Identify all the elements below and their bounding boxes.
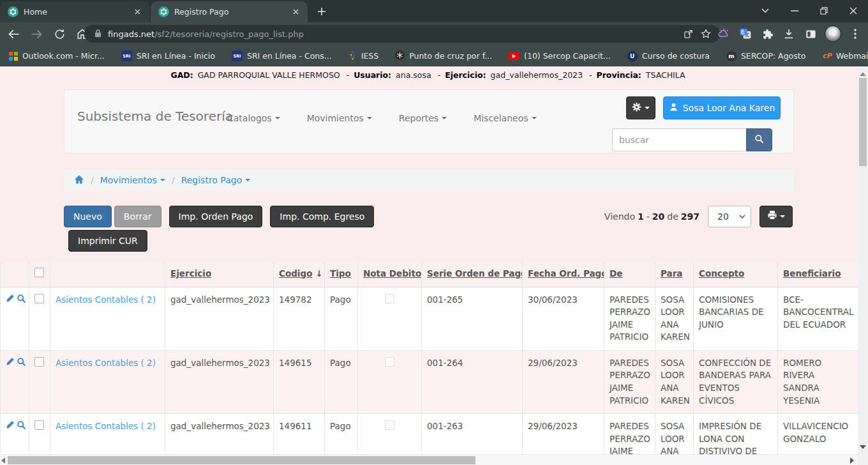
bookmark-label: SRI en Línea - Cons...: [247, 51, 332, 61]
select-all-checkbox[interactable]: [34, 268, 44, 277]
page-size-select[interactable]: 20: [708, 206, 751, 227]
menu-catalogos[interactable]: Catalogos: [227, 113, 280, 123]
tab-search-chevron-icon[interactable]: [751, 0, 780, 21]
scroll-right-arrow[interactable]: [850, 457, 854, 464]
menu-movimientos[interactable]: Movimientos: [307, 113, 372, 123]
window-controls: [751, 0, 868, 21]
cell-de: PAREDES PERRAZO JAIME PATRICIO: [604, 350, 655, 413]
bookmark-sri-inicio[interactable]: SRI SRI en Línea - Inicio: [121, 50, 215, 61]
cloud-extension-icon[interactable]: [716, 26, 731, 42]
delete-button[interactable]: Borrar: [114, 206, 161, 227]
tab-close-icon[interactable]: [290, 6, 301, 18]
asientos-contables-link[interactable]: Asientos Contables ( 2): [56, 421, 156, 431]
reload-icon[interactable]: [50, 24, 69, 43]
menu-miscelaneos[interactable]: Miscelaneos: [474, 113, 536, 123]
scroll-up-arrow[interactable]: [860, 72, 866, 76]
cell-ejercicio: gad_vallehermos_2023: [165, 350, 274, 413]
vertical-scrollbar[interactable]: [858, 66, 868, 465]
sort-nota-debito-link[interactable]: Nota Debito: [363, 268, 421, 278]
chevron-down-icon: [275, 117, 280, 119]
print-dropdown-button[interactable]: [760, 206, 793, 227]
edit-icon[interactable]: [6, 420, 15, 434]
cell-concepto: IMPRESIÓN DE LONA CON DISTIVIVO DE: [694, 414, 778, 454]
sort-codigo-link[interactable]: Codigo: [279, 268, 312, 278]
restore-button[interactable]: [809, 0, 839, 21]
bookmark-webmail[interactable]: cP Webmail Login: [822, 51, 868, 61]
sort-ejercicio-link[interactable]: Ejercicio: [170, 268, 211, 278]
sort-tipo-link[interactable]: Tipo: [330, 268, 351, 278]
bookmark-sercop-agosto[interactable]: m SERCOP: Agosto: [726, 51, 805, 61]
horizontal-scrollbar[interactable]: [0, 454, 858, 465]
share-icon[interactable]: [679, 25, 697, 43]
horizontal-scrollbar-thumb[interactable]: [8, 456, 475, 464]
breadcrumb-movimientos[interactable]: Movimientos: [100, 175, 165, 185]
side-panel-icon[interactable]: [803, 26, 818, 42]
menu-reportes[interactable]: Reportes: [399, 113, 447, 123]
search-button[interactable]: [746, 128, 772, 151]
tab-close-icon[interactable]: [131, 6, 143, 18]
cell-serie: 001-263: [422, 414, 523, 454]
sort-para-link[interactable]: Para: [661, 268, 682, 278]
minimize-button[interactable]: [780, 0, 809, 21]
search-input[interactable]: [612, 128, 746, 151]
sort-serie-link[interactable]: Serie Orden de Pago: [427, 268, 523, 278]
home-icon[interactable]: [74, 174, 84, 187]
profile-avatar[interactable]: [825, 26, 841, 42]
extensions-puzzle-icon[interactable]: [760, 26, 775, 42]
zoom-icon[interactable]: [17, 294, 26, 307]
zoom-icon[interactable]: [17, 357, 26, 370]
bookmark-punto-de-cruz[interactable]: Punto de cruz por f...: [395, 50, 492, 62]
settings-button[interactable]: [626, 96, 655, 119]
sort-fecha-link[interactable]: Fecha Ord. Pago: [528, 268, 604, 278]
cell-de: PAREDES PERRAZO JAIME PATRICIO: [604, 287, 655, 350]
tab-home[interactable]: Home: [0, 1, 149, 22]
edit-icon[interactable]: [6, 357, 15, 370]
sort-concepto-link[interactable]: Concepto: [699, 268, 744, 278]
print-comp-egreso-button[interactable]: Imp. Comp. Egreso: [270, 206, 374, 227]
bookmark-label: Curso de costura: [642, 51, 710, 61]
scroll-down-arrow[interactable]: [860, 445, 866, 449]
bookmark-sercop-youtube[interactable]: (10) Sercop Capacit...: [509, 51, 611, 61]
cell-codigo: 149615: [274, 350, 325, 413]
sort-beneficiario-link[interactable]: Beneficiario: [783, 268, 841, 278]
cell-serie: 001-265: [422, 287, 523, 350]
sri-icon: SRI: [121, 50, 132, 61]
asientos-contables-link[interactable]: Asientos Contables ( 2): [56, 358, 156, 368]
close-window-button[interactable]: [839, 0, 868, 21]
new-tab-button[interactable]: [313, 3, 331, 20]
bookmark-curso-costura[interactable]: U Curso de costura: [627, 51, 710, 61]
iess-icon: [348, 50, 357, 62]
forward-icon[interactable]: [27, 24, 46, 43]
bookmark-outlook[interactable]: Outlook.com - Micr...: [9, 51, 105, 61]
nota-debito-checkbox: [385, 294, 394, 303]
bookmark-star-icon[interactable]: [697, 25, 715, 43]
cell-actions: [1, 287, 29, 350]
tab-registro-pago[interactable]: Registro Pago: [151, 1, 308, 22]
address-bar[interactable]: fingads.net/sf2/tesoreria/registro_pago_…: [84, 25, 720, 43]
user-button-label: Sosa Loor Ana Karen: [683, 103, 775, 113]
back-icon[interactable]: [4, 24, 23, 43]
breadcrumb-registro-pago[interactable]: Registro Pago: [181, 175, 251, 185]
vertical-scrollbar-thumb[interactable]: [859, 78, 867, 166]
paging-label: Viendo: [604, 211, 635, 222]
asientos-contables-link[interactable]: Asientos Contables ( 2): [56, 294, 156, 305]
user-button[interactable]: Sosa Loor Ana Karen: [663, 96, 781, 119]
row-checkbox[interactable]: [34, 420, 44, 430]
translate-extension-icon[interactable]: [738, 26, 753, 42]
scroll-left-arrow[interactable]: [1, 457, 5, 464]
new-button[interactable]: Nuevo: [64, 206, 112, 227]
zoom-icon[interactable]: [17, 420, 26, 434]
cell-serie: 001-264: [422, 350, 523, 413]
browser-menu-dots-icon[interactable]: [848, 26, 863, 42]
row-checkbox[interactable]: [34, 357, 44, 367]
print-orden-pago-button[interactable]: Imp. Orden Pago: [169, 206, 263, 227]
paging-summary: Viendo 1 - 20 de 297: [604, 211, 700, 222]
sort-de-link[interactable]: De: [610, 268, 622, 278]
print-cur-button[interactable]: Imprimir CUR: [68, 230, 147, 252]
edit-icon[interactable]: [6, 294, 15, 307]
download-icon[interactable]: [781, 26, 797, 42]
cell-beneficiario: VILLAVICENCIO GONZALO: [778, 414, 858, 454]
bookmark-sri-consultas[interactable]: SRI SRI en Línea - Cons...: [232, 50, 332, 61]
bookmark-iess[interactable]: IESS: [348, 50, 378, 62]
row-checkbox[interactable]: [34, 294, 44, 303]
